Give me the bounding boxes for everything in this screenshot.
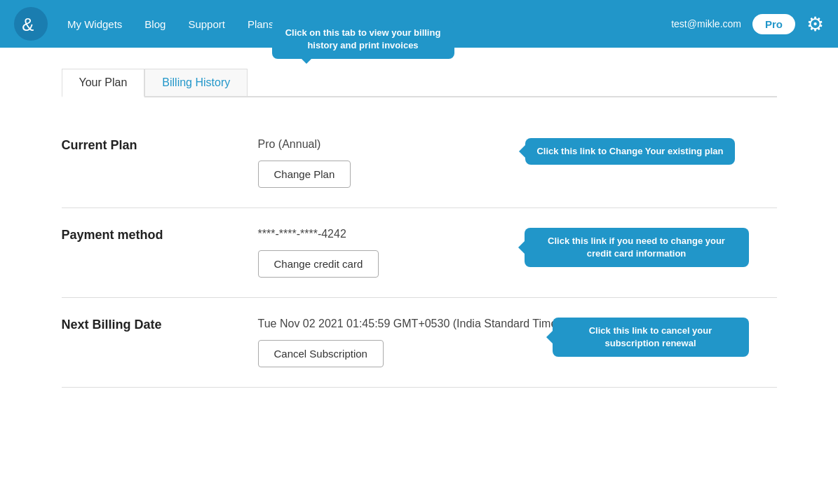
gear-icon[interactable]: ⚙ (806, 13, 824, 36)
next-billing-label: Next Billing Date (62, 318, 258, 332)
user-email: test@mikle.com (671, 18, 741, 29)
nav-plans[interactable]: Plans (248, 18, 274, 30)
nav-blog[interactable]: Blog (144, 18, 165, 30)
cancel-subscription-tooltip: Click this link to cancel your subscript… (553, 318, 749, 357)
change-plan-button[interactable]: Change Plan (258, 161, 351, 188)
logo: & (14, 7, 48, 41)
navbar-right: test@mikle.com Pro ⚙ (671, 13, 824, 36)
cancel-subscription-button[interactable]: Cancel Subscription (258, 340, 384, 367)
change-credit-card-button[interactable]: Change credit card (258, 250, 379, 278)
tabs: Your Plan Billing History (62, 69, 777, 97)
logo-icon: & (20, 13, 42, 35)
pro-badge: Pro (752, 14, 795, 34)
nav-support[interactable]: Support (188, 18, 225, 30)
main-content: Click on this tab to view your billing h… (34, 69, 805, 388)
nav-my-widgets[interactable]: My Widgets (67, 18, 122, 30)
tooltip-prefix-text: Click this link to (536, 146, 609, 156)
billing-history-tooltip: Click on this tab to view your billing h… (272, 20, 454, 59)
payment-method-label: Payment method (62, 228, 258, 243)
current-plan-section: Current Plan Pro (Annual) Change Plan Cl… (62, 118, 777, 208)
change-credit-tooltip: Click this link if you need to change yo… (525, 228, 749, 267)
change-plan-tooltip: Click this link to Change Your existing … (525, 138, 734, 165)
tab-your-plan[interactable]: Your Plan (62, 69, 145, 97)
tab-billing-history[interactable]: Billing History (144, 69, 248, 96)
payment-method-section: Payment method ****-****-****-4242 Chang… (62, 208, 777, 298)
current-plan-label: Current Plan (62, 138, 258, 153)
svg-text:&: & (22, 15, 34, 34)
tooltip-bold-text: Change Your existing plan (609, 146, 724, 156)
next-billing-section: Next Billing Date Tue Nov 02 2021 01:45:… (62, 298, 777, 388)
